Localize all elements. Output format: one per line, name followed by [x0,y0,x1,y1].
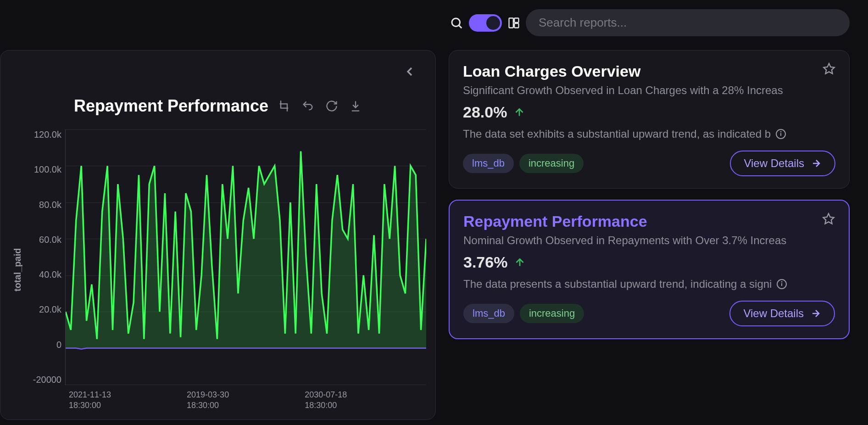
chart-xaxis: 2021-11-13 18:30:002019-03-30 18:30:0020… [24,385,426,410]
search-input[interactable] [526,9,850,36]
card-description: The data set exhibits a substantial upwa… [463,128,771,140]
download-icon[interactable] [349,100,362,112]
search-icon[interactable] [450,16,463,30]
chart-panel: Repayment Performance total_paid 120.0k1… [0,50,436,420]
chart-title: Repayment Performance [74,96,268,116]
reset-zoom-icon[interactable] [301,100,314,112]
svg-line-1 [459,25,462,28]
info-icon[interactable] [775,129,786,140]
xtick: 2019-03-30 18:30:00 [187,390,305,410]
card-metric: 3.76% [463,253,507,271]
ytick: 100.0k [24,164,61,175]
star-icon[interactable] [822,212,835,225]
xtick: 2030-07-18 18:30:00 [305,390,423,410]
tag-trend[interactable]: increasing [520,304,584,323]
tag-db[interactable]: lms_db [463,154,514,173]
arrow-right-icon [811,158,822,169]
card-tags: lms_db increasing [463,154,584,173]
svg-rect-4 [514,23,518,28]
card-title: Loan Charges Overview [463,62,640,80]
trend-up-icon [514,257,526,268]
ytick: 60.0k [24,235,61,245]
arrow-right-icon [810,308,821,319]
view-details-label: View Details [744,157,804,170]
card-subtitle: Nominal Growth Observed in Repayments wi… [463,234,835,247]
chart-toolbar [278,100,362,112]
ytick: 80.0k [24,200,61,210]
view-details-button[interactable]: View Details [730,151,835,176]
view-details-button[interactable]: View Details [729,301,835,326]
report-card[interactable]: Loan Charges Overview Significant Growth… [449,50,850,189]
chart-plot[interactable] [65,129,426,385]
card-subtitle: Significant Growth Observed in Loan Char… [463,84,835,97]
report-card-list: Loan Charges Overview Significant Growth… [449,50,850,420]
tag-trend[interactable]: increasing [519,154,584,173]
refresh-icon[interactable] [325,100,338,112]
layout-icon[interactable] [507,17,520,29]
svg-marker-11 [823,213,834,224]
card-title: Repayment Performance [463,212,647,230]
xtick: 2021-11-13 18:30:00 [69,390,187,410]
info-icon[interactable] [776,279,787,290]
card-metric: 28.0% [463,103,507,121]
star-icon[interactable] [823,62,835,75]
ytick: 20.0k [24,304,61,315]
view-toggle[interactable] [469,14,502,32]
chart-ylabel: total_paid [10,129,24,410]
svg-point-9 [781,132,781,132]
svg-rect-2 [509,18,513,28]
svg-rect-3 [514,18,518,22]
card-description: The data presents a substantial upward t… [463,278,772,291]
tag-db[interactable]: lms_db [463,304,514,323]
toggle-knob [486,16,500,30]
ytick: 40.0k [24,269,61,280]
svg-marker-5 [823,63,834,73]
crop-icon[interactable] [278,100,290,112]
card-tags: lms_db increasing [463,304,584,323]
ytick: 0 [24,340,61,350]
trend-up-icon [513,106,525,118]
ytick: -20000 [24,375,61,385]
ytick: 120.0k [24,129,61,140]
chart-back-icon[interactable] [402,64,417,79]
report-card[interactable]: Repayment Performance Nominal Growth Obs… [449,200,850,339]
svg-point-0 [452,18,460,27]
view-details-label: View Details [743,307,804,320]
svg-point-15 [782,282,782,282]
chart-yaxis: 120.0k100.0k80.0k60.0k40.0k20.0k0-20000 [24,129,65,385]
